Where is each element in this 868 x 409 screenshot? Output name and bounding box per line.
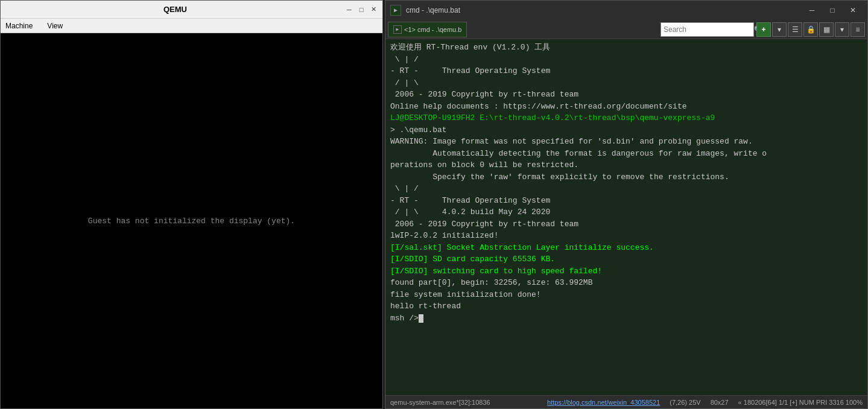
toolbar-view-button[interactable]: ☰ [788,22,802,37]
cmd-tab-icon: ▶ [393,25,402,34]
add-tab-button[interactable]: + [756,22,771,37]
terminal-line: [I/SDIO] switching card to high speed fa… [390,265,863,277]
search-input[interactable] [664,25,754,34]
cmd-tab-1[interactable]: ▶ <1> cmd - .\qemu.b [388,22,467,37]
cmd-minimize-button[interactable]: ─ [802,2,822,19]
qemu-menu-machine[interactable]: Machine [3,21,35,31]
qemu-minimize-button[interactable]: ─ [345,5,353,14]
qemu-titlebar: QEMU ─ □ ✕ [1,1,382,19]
terminal-line: msh /> [390,312,863,325]
cmd-toolbar: ▶ <1> cmd - .\qemu.b 🔍 + ▾ ☰ 🔒 ▦ ▾ ≡ [385,20,867,39]
toolbar-dropdown-button[interactable]: ▾ [772,22,787,37]
status-process: qemu-system-arm.exe*[32]:10836 [390,399,537,406]
terminal-line: > .\qemu.bat [390,124,863,136]
cmd-restore-button[interactable]: □ [823,2,842,19]
terminal-line: WARNING: Image format was not specified … [390,136,863,148]
cmd-window: ▶ cmd - .\qemu.bat ─ □ ✕ ▶ <1> cmd - .\q… [385,0,868,409]
status-size: 80x27 [711,399,729,406]
cmd-search-box: 🔍 [661,22,754,37]
terminal-line: - RT - Thread Operating System [390,65,863,77]
qemu-display: Guest has not initialized the display (y… [1,33,382,408]
terminal-line: hello rt-thread [390,300,863,312]
cmd-window-controls: ─ □ ✕ [802,2,863,19]
toolbar-dropdown2-button[interactable]: ▾ [835,22,849,37]
terminal-line: [I/sal.skt] Socket Abstraction Layer ini… [390,242,863,254]
toolbar-split-button[interactable]: ▦ [819,22,834,37]
qemu-close-button[interactable]: ✕ [369,5,378,14]
terminal-line: LJ@DESKTOP-U919FH2 E:\rt-thread-v4.0.2\r… [390,112,863,124]
status-coords: (7,26) 25V [670,399,700,406]
terminal-line: \ | / [390,54,863,66]
toolbar-menu-button[interactable]: ≡ [851,22,865,37]
terminal-line: Online help documents : https://www.rt-t… [390,101,863,113]
qemu-menu-view[interactable]: View [45,21,65,31]
terminal-line: perations on block 0 will be restricted. [390,159,863,171]
status-link[interactable]: https://blog.csdn.net/weixin_43058521 [547,399,660,406]
cmd-title-icon: ▶ [390,5,401,16]
qemu-title: QEMU [5,5,345,14]
terminal-line: Automatically detecting the format is da… [390,148,863,160]
status-info: « 180206[64] 1/1 [+] NUM PRI 3316 100% [738,399,863,406]
cmd-title-text: cmd - .\qemu.bat [406,6,797,14]
terminal-line: \ | / [390,183,863,195]
qemu-window-controls: ─ □ ✕ [345,5,378,14]
qemu-restore-button[interactable]: □ [357,5,366,14]
terminal-line: [I/SDIO] SD card capacity 65536 KB. [390,253,863,265]
toolbar-buttons: + ▾ ☰ 🔒 ▦ ▾ ≡ [756,22,865,37]
terminal-line: / | \ [390,77,863,89]
terminal-line: Specify the 'raw' format explicitly to r… [390,171,863,183]
cmd-close-button[interactable]: ✕ [843,2,863,19]
qemu-window: QEMU ─ □ ✕ Machine View Guest has not in… [0,0,383,409]
toolbar-lock-button[interactable]: 🔒 [803,22,818,37]
cmd-titlebar: ▶ cmd - .\qemu.bat ─ □ ✕ [385,1,867,20]
terminal-line: 2006 - 2019 Copyright by rt-thread team [390,218,863,230]
terminal-line: lwIP-2.0.2 initialized! [390,230,863,242]
qemu-menubar: Machine View [1,19,382,33]
cmd-content[interactable]: 欢迎使用 RT-Thread env (V1.2.0) 工具 \ | /- RT… [385,39,867,395]
terminal-line: found part[0], begin: 32256, size: 63.99… [390,277,863,289]
cmd-statusbar: qemu-system-arm.exe*[32]:10836 https://b… [385,395,867,408]
terminal-line: / | \ 4.0.2 build May 24 2020 [390,206,863,218]
cmd-icon-symbol: ▶ [394,7,398,14]
terminal-line: 欢迎使用 RT-Thread env (V1.2.0) 工具 [390,42,863,54]
terminal-line: file system initialization done! [390,289,863,301]
cmd-tab-label: <1> cmd - .\qemu.b [404,26,461,33]
qemu-display-message: Guest has not initialized the display (y… [88,217,295,226]
terminal-line: 2006 - 2019 Copyright by rt-thread team [390,89,863,101]
terminal-line: - RT - Thread Operating System [390,195,863,207]
